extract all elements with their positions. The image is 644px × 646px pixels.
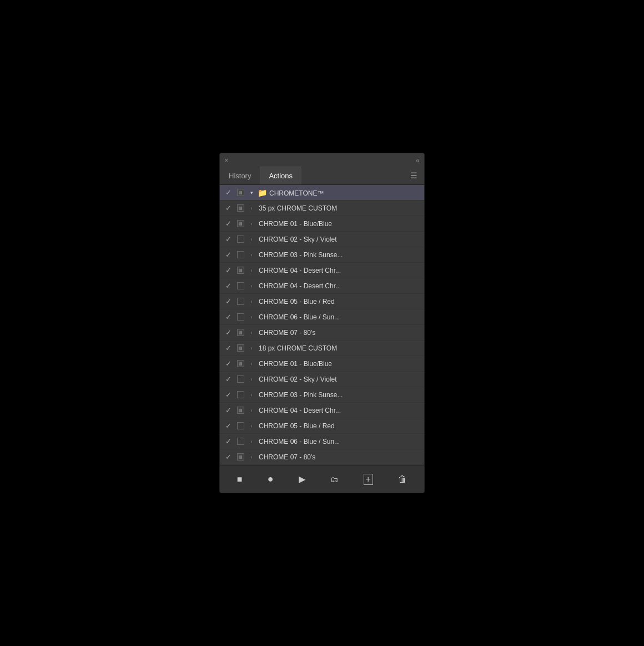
close-button[interactable]: × [224,157,229,164]
tab-history[interactable]: History [220,167,260,184]
expand-toggle[interactable]: › [246,439,256,444]
row-icon-col: ▤ [234,204,246,212]
action-row[interactable]: ✓▤›CHROME 01 - Blue/Blue [220,356,424,372]
action-row[interactable]: ✓▤›CHROME 01 - Blue/Blue [220,216,424,232]
action-row[interactable]: ✓▤›35 px CHROME CUSTOM [220,201,424,216]
action-row[interactable]: ✓›CHROME 06 - Blue / Sun... [220,309,424,325]
record-button[interactable]: ● [263,471,278,487]
expand-toggle[interactable]: › [246,299,256,304]
action-row[interactable]: ✓▤›CHROME 07 - 80's [220,449,424,465]
delete-icon: 🗑 [398,474,407,484]
action-row[interactable]: ✓›CHROME 03 - Pink Sunse... [220,247,424,263]
row-icon-col: ▤ [234,189,246,196]
chevron-right-icon: › [251,408,253,413]
action-label: CHROME 01 - Blue/Blue [256,220,422,228]
folder-icon: 📁 [258,188,267,197]
chevron-right-icon: › [251,454,253,460]
tab-actions[interactable]: Actions [260,167,301,184]
action-row[interactable]: ✓▤›CHROME 07 - 80's [220,325,424,340]
expand-toggle[interactable]: › [246,377,256,382]
expand-toggle[interactable]: › [246,345,256,351]
expand-toggle[interactable]: › [246,314,256,320]
check-col: ✓ [222,328,234,337]
empty-icon [237,236,244,243]
empty-icon [237,251,244,258]
check-col: ✓ [222,219,234,228]
action-label: CHROME 02 - Sky / Violet [256,236,422,243]
check-col: ✓ [222,188,234,197]
expand-toggle[interactable]: › [246,361,256,367]
action-label: CHROME 05 - Blue / Red [256,298,422,306]
new-action-button[interactable]: + [359,472,378,487]
check-col: ✓ [222,453,234,461]
collapse-button[interactable]: « [416,157,420,164]
chevron-right-icon: › [251,206,253,211]
expand-toggle[interactable]: › [246,268,256,273]
expand-toggle[interactable]: › [246,454,256,460]
check-col: ✓ [222,266,234,274]
checkmark-icon: ✓ [225,204,232,212]
action-icon: ▤ [237,189,244,196]
expand-toggle[interactable]: › [246,283,256,289]
action-label: CHROME 04 - Desert Chr... [256,282,422,290]
check-col: ✓ [222,437,234,445]
row-icon-col [234,422,246,429]
action-label: 📁CHROMETONE™ [256,188,422,197]
open-folder-button[interactable]: 🗂 [326,473,343,486]
row-icon-col [234,375,246,383]
empty-icon [237,422,244,429]
checkmark-icon: ✓ [225,235,232,243]
folder-icon: 🗂 [330,475,338,484]
action-row[interactable]: ✓›CHROME 02 - Sky / Violet [220,372,424,387]
expand-toggle[interactable]: › [246,423,256,429]
checkmark-icon: ✓ [225,422,232,430]
expand-toggle[interactable]: › [246,237,256,242]
expand-toggle[interactable]: › [246,330,256,335]
expand-toggle[interactable]: › [246,221,256,227]
panel-menu-icon[interactable]: ☰ [404,167,424,184]
checkmark-icon: ✓ [225,313,232,321]
check-col: ✓ [222,204,234,212]
chevron-right-icon: › [251,283,253,289]
check-col: ✓ [222,390,234,399]
empty-icon [237,375,244,383]
chevron-right-icon: › [251,252,253,258]
delete-button[interactable]: 🗑 [394,472,411,487]
expand-toggle[interactable]: ▾ [246,190,256,196]
action-label: CHROME 06 - Blue / Sun... [256,438,422,445]
row-icon-col [234,236,246,243]
action-row[interactable]: ✓›CHROME 05 - Blue / Red [220,294,424,309]
empty-icon [237,282,244,289]
play-button[interactable]: ▶ [294,472,310,487]
chevron-right-icon: › [251,345,253,351]
row-icon-col: ▤ [234,344,246,352]
action-icon: ▤ [237,204,244,212]
check-col: ✓ [222,406,234,414]
tab-bar: History Actions ☰ [220,167,424,185]
check-col: ✓ [222,422,234,430]
empty-icon [237,313,244,321]
chevron-right-icon: › [251,330,253,335]
checkmark-icon: ✓ [225,390,232,399]
chevron-right-icon: › [251,299,253,304]
expand-toggle[interactable]: › [246,408,256,413]
expand-toggle[interactable]: › [246,206,256,211]
action-label: CHROME 02 - Sky / Violet [256,375,422,383]
action-row[interactable]: ✓▤›18 px CHROME CUSTOM [220,340,424,356]
action-row[interactable]: ✓›CHROME 05 - Blue / Red [220,418,424,434]
action-row[interactable]: ✓›CHROME 06 - Blue / Sun... [220,434,424,449]
action-row[interactable]: ✓▤›CHROME 04 - Desert Chr... [220,263,424,278]
action-row[interactable]: ✓›CHROME 03 - Pink Sunse... [220,387,424,403]
action-row[interactable]: ✓›CHROME 02 - Sky / Violet [220,232,424,247]
row-icon-col [234,313,246,321]
action-row[interactable]: ✓›CHROME 04 - Desert Chr... [220,278,424,294]
actions-panel: × « History Actions ☰ ✓▤▾📁CHROMETONE™✓▤›… [219,153,425,493]
action-label: CHROME 04 - Desert Chr... [256,267,422,274]
expand-toggle[interactable]: › [246,392,256,398]
expand-toggle[interactable]: › [246,252,256,258]
action-row[interactable]: ✓▤▾📁CHROMETONE™ [220,185,424,201]
stop-button[interactable]: ■ [233,472,247,487]
folder-label: CHROMETONE™ [269,189,324,197]
action-icon: ▤ [237,360,244,367]
action-row[interactable]: ✓▤›CHROME 04 - Desert Chr... [220,403,424,418]
